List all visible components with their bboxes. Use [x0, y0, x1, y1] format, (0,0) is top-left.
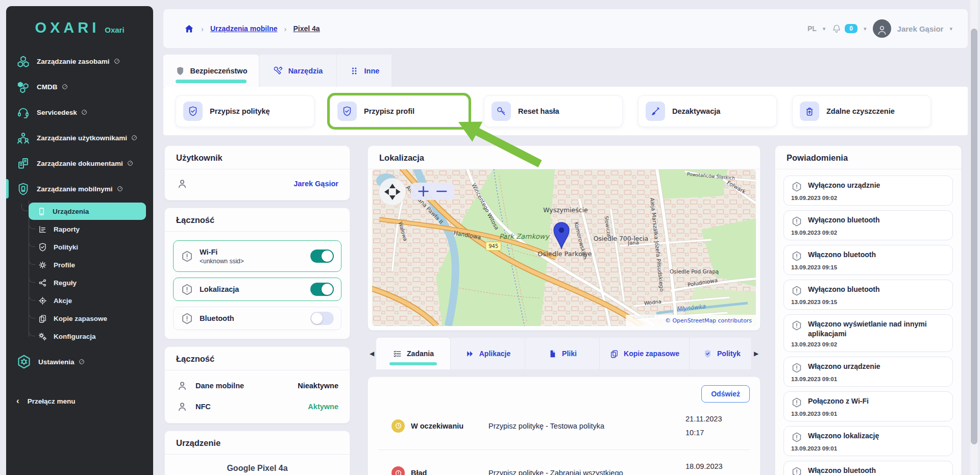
cmdb-icon — [16, 80, 30, 94]
notification-item[interactable]: Włączono lokalizację 13.09.2023 09:01 — [783, 426, 953, 456]
shield-check-icon — [175, 66, 185, 76]
chevron-down-icon[interactable]: ▾ — [823, 26, 826, 32]
wifi-toggle[interactable] — [310, 249, 334, 263]
sidebar-subitem-backups[interactable]: Kopie zapasowe — [36, 310, 146, 327]
notification-item[interactable]: Wyłączono urządznie 19.09.2023 09:02 — [783, 176, 953, 206]
gears-icon — [38, 332, 47, 341]
sidebar-item-servicedesk[interactable]: Servicedesk — [6, 99, 153, 125]
task-row[interactable]: W oczekiwaniu Przypisz politykę - Testow… — [378, 403, 750, 450]
tabs-scroll-right[interactable]: ▶ — [752, 350, 761, 357]
nfc-row: NFC Aktywne — [176, 401, 338, 413]
route-shield: 945 — [488, 243, 498, 249]
tab-tools[interactable]: Narzędzia — [259, 55, 337, 87]
notifications-card: Powiadomienia Wyłączono urządznie 19.09.… — [775, 145, 962, 475]
breadcrumb-separator: › — [201, 24, 204, 33]
assets-icon — [16, 55, 30, 68]
sidebar-subitem-policies[interactable]: Polityki — [36, 238, 146, 256]
tab-policies[interactable]: Polityk — [690, 338, 752, 369]
language-selector[interactable]: PL — [807, 24, 817, 33]
sidebar-subitem-rules[interactable]: Reguły — [36, 274, 146, 291]
map-canvas[interactable]: 945 Wyszymieście Osiedle Parkowe Osiedle… — [372, 169, 756, 326]
breadcrumb-separator: › — [284, 24, 286, 33]
sidebar-submenu-mobile: Urządzenia Raporty Polityki Profile Regu… — [36, 203, 146, 345]
breadcrumb-link-mobile-devices[interactable]: Urządzenia mobilne — [210, 24, 277, 33]
file-icon — [548, 349, 557, 359]
sidebar-item-mobile-management[interactable]: Zarządzanie mobilnymi — [6, 176, 153, 202]
connectivity-card: Łączność Wi-Fi <unknown ssid> Lokalizacj… — [164, 208, 350, 339]
sidebar-collapse-toggle[interactable]: ‹ Przełącz menu — [6, 389, 153, 413]
device-card: Urządzenie Google Pixel 4a — [164, 431, 350, 475]
hexagon-alert-icon — [791, 466, 802, 475]
assign-profile-button[interactable]: Przypisz profil — [330, 95, 469, 127]
sidebar-item-document-management[interactable]: Zarządzanie dokumentami — [6, 151, 153, 176]
share-nodes-icon — [38, 278, 47, 288]
avatar[interactable] — [873, 19, 891, 38]
copy-icon — [38, 314, 47, 323]
hexagon-alert-icon — [181, 312, 193, 325]
sidebar-subitem-actions[interactable]: Akcje — [36, 292, 146, 309]
tab-applications[interactable]: Aplikacje — [451, 338, 525, 369]
mobile-shield-icon — [16, 182, 30, 196]
broom-icon — [646, 102, 665, 121]
user-link[interactable]: Jarek Gąsior — [293, 180, 338, 188]
notifications-card-title: Powiadomienia — [775, 146, 961, 169]
map-attribution[interactable]: © OpenStreetMap contributors — [665, 317, 752, 324]
bluetooth-row[interactable]: Bluetooth — [173, 307, 341, 330]
location-toggle[interactable] — [310, 283, 334, 296]
gauge-icon — [127, 160, 134, 167]
tab-other[interactable]: Inne — [337, 55, 392, 87]
sidebar-item-user-management[interactable]: Zarządzanie użytkownikami — [6, 125, 153, 151]
sidebar-item-cmdb[interactable]: CMDB — [6, 74, 153, 99]
sidebar-subitem-profiles[interactable]: Profile — [36, 256, 146, 273]
refresh-button[interactable]: Odśwież — [701, 385, 750, 403]
hexagon-alert-icon — [791, 362, 802, 373]
notification-item[interactable]: Włączono bluetooth 13.09.2023 09:15 — [783, 245, 953, 275]
user-menu[interactable]: Jarek Gąsior — [897, 24, 944, 33]
page-scrollbar — [970, 0, 978, 475]
chevron-down-icon[interactable]: ▾ — [949, 26, 952, 32]
tabs-scroll-left[interactable]: ◀ — [368, 350, 376, 357]
bluetooth-toggle[interactable] — [310, 312, 334, 325]
tab-tasks[interactable]: Zadania — [376, 338, 451, 369]
notification-item[interactable]: Wyłączono bluetooth 19.09.2023 09:02 — [783, 210, 953, 240]
tab-backups[interactable]: Kopie zapasowe — [600, 338, 690, 369]
task-timestamp: 18.09.2023 08:02 — [685, 460, 747, 475]
sidebar-subitem-reports[interactable]: Raporty — [36, 220, 146, 238]
shield-check-icon — [703, 349, 713, 359]
notifications-bell[interactable]: 0 — [831, 23, 857, 34]
sidebar-subitem-devices[interactable]: Urządzenia — [29, 203, 146, 220]
sidebar-item-asset-management[interactable]: Zarządzanie zasobami — [6, 48, 153, 74]
location-row[interactable]: Lokalizacja — [173, 278, 341, 301]
sidebar-subitem-configuration[interactable]: Konfiguracja — [36, 328, 146, 345]
notification-item[interactable]: Połączono z Wi-Fi 13.09.2023 09:01 — [783, 391, 953, 421]
wifi-row[interactable]: Wi-Fi <unknown ssid> — [173, 240, 341, 272]
reset-password-button[interactable]: Reset hasła — [484, 95, 623, 127]
home-icon[interactable] — [184, 23, 194, 34]
connectivity-card-title: Łączność — [165, 208, 350, 232]
middle-column: Lokalizacja — [368, 145, 761, 475]
notification-item[interactable]: Włączono bluetooth — [783, 461, 953, 475]
breadcrumb-link-device[interactable]: Pixel 4a — [293, 24, 320, 33]
hex-gear-icon — [16, 354, 32, 369]
hexagon-alert-icon — [791, 285, 802, 296]
hexagon-alert-icon — [181, 250, 193, 263]
map-pan-control[interactable] — [379, 178, 406, 206]
scrollbar-thumb[interactable] — [971, 29, 977, 444]
notification-item[interactable]: Włączono wyświetlanie nad innymi aplikac… — [783, 314, 953, 352]
connectivity-status-card-title: Łączność — [165, 347, 350, 370]
remote-wipe-button[interactable]: Zdalne czyszczenie — [792, 95, 931, 127]
pending-status-icon — [391, 419, 405, 433]
sidebar-item-settings[interactable]: Ustawienia — [6, 349, 153, 374]
task-row[interactable]: Błąd Przypisz politykę - Zabraniaj wszys… — [378, 450, 750, 475]
tab-security[interactable]: Bezpieczeństwo — [163, 55, 259, 87]
tab-files[interactable]: Pliki — [525, 338, 600, 369]
device-name: Google Pixel 4a — [165, 455, 350, 475]
assign-policy-button[interactable]: Przypisz politykę — [176, 95, 314, 127]
notification-item[interactable]: Wyłączono bluetooth 13.09.2023 09:15 — [783, 280, 953, 310]
brand-logo-subtext: Oxari — [105, 26, 124, 34]
hexagon-alert-icon — [791, 320, 802, 331]
notification-item[interactable]: Włączono urządzenie 13.09.2023 09:01 — [783, 357, 953, 387]
chevron-down-icon[interactable]: ▾ — [864, 26, 867, 32]
deactivate-button[interactable]: Dezaktywacja — [638, 95, 777, 127]
left-column: Użytkownik Jarek Gąsior Łączność Wi-Fi <… — [164, 145, 350, 475]
